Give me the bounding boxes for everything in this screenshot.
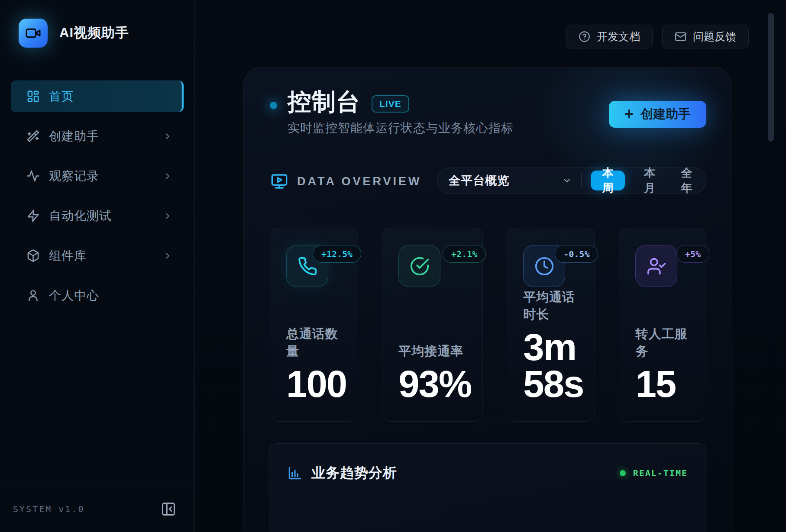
sidebar-item-label: 创建助手 (49, 128, 99, 145)
stat-icon-tile (398, 245, 440, 287)
stat-card-human-transfer: +5% 转人工服务 15 (619, 228, 706, 422)
sidebar-footer: SYSTEM v1.0 (0, 486, 194, 532)
delta-badge: -0.5% (555, 245, 598, 263)
monitor-play-icon (270, 173, 289, 190)
page-subtitle: 实时监控智能体运行状态与业务核心指标 (288, 120, 514, 136)
magic-wand-icon (26, 129, 40, 143)
user-icon (26, 289, 40, 302)
sidebar-item-label: 自动化测试 (49, 208, 112, 224)
panel-collapse-icon (161, 501, 176, 517)
filter-separator (581, 173, 582, 188)
sidebar-item-component-library[interactable]: 组件库 (11, 240, 184, 271)
dev-docs-button[interactable]: 开发文档 (566, 25, 653, 48)
tab-this-month[interactable]: 本月 (637, 165, 662, 196)
console-header: 控制台 LIVE 实时监控智能体运行状态与业务核心指标 + 创建助手 (244, 68, 731, 136)
activity-icon (26, 169, 40, 183)
app-title: AI视频助手 (59, 24, 129, 42)
stat-label: 转人工服务 (635, 326, 695, 360)
sidebar-item-label: 观察记录 (49, 168, 99, 184)
filter-bar: 全平台概览 本周 本月 全年 (437, 168, 706, 193)
sidebar-item-observation-log[interactable]: 观察记录 (11, 160, 184, 192)
sidebar-item-create-assistant[interactable]: 创建助手 (11, 120, 184, 152)
tab-this-week[interactable]: 本周 (591, 171, 625, 190)
realtime-status: REAL-TIME (620, 468, 688, 478)
sidebar-item-label: 首页 (49, 88, 74, 105)
plus-icon: + (624, 106, 634, 122)
stat-card-avg-duration: -0.5% 平均通话时长 3m 58s (507, 228, 595, 422)
topbar: 开发文档 问题反馈 (566, 25, 749, 48)
sidebar-item-label: 个人中心 (49, 287, 99, 304)
realtime-status-dot (620, 470, 626, 476)
sidebar: AI视频助手 首页 创建助手 观察记录 自动化测试 (0, 0, 195, 532)
stat-label: 总通话数量 (286, 326, 346, 360)
stat-label: 平均接通率 (398, 343, 471, 360)
create-assistant-button[interactable]: + 创建助手 (609, 101, 706, 128)
app-window: AI视频助手 首页 创建助手 观察记录 自动化测试 (0, 0, 786, 532)
platform-select[interactable]: 全平台概览 (449, 173, 572, 188)
delta-badge: +2.1% (443, 245, 486, 263)
stat-value: 100 (286, 365, 346, 402)
trend-header: 业务趋势分析 REAL-TIME (287, 464, 688, 483)
trend-title: 业务趋势分析 (311, 464, 397, 483)
user-check-icon (647, 256, 666, 276)
stat-value: 93% (398, 365, 471, 402)
data-overview-row: DATA OVERVIEW 全平台概览 本周 本月 全年 (270, 168, 706, 193)
live-status-dot (270, 102, 277, 109)
page-title: 控制台 (288, 88, 360, 116)
video-camera-icon (25, 25, 41, 41)
stat-value: 3m 58s (523, 329, 583, 403)
time-range-tabs: 本周 本月 全年 (591, 165, 699, 196)
check-circle-icon (410, 256, 430, 276)
stat-label: 平均通话时长 (523, 289, 583, 323)
chevron-down-icon (562, 175, 572, 186)
bar-chart-icon (287, 465, 303, 481)
help-circle-icon (579, 31, 590, 42)
stat-icon-tile (635, 245, 677, 287)
chevron-right-icon (163, 171, 172, 181)
data-overview-heading: DATA OVERVIEW (270, 173, 422, 190)
chevron-right-icon (163, 211, 172, 221)
feedback-button[interactable]: 问题反馈 (662, 25, 749, 48)
stat-card-answer-rate: +2.1% 平均接通率 93% (382, 228, 483, 422)
stat-card-total-calls: +12.5% 总通话数量 100 (270, 228, 358, 422)
section-divider (268, 202, 706, 202)
feedback-label: 问题反馈 (693, 29, 736, 44)
sidebar-item-home[interactable]: 首页 (11, 81, 184, 112)
page-scrollbar-thumb[interactable] (768, 13, 774, 142)
lightning-icon (26, 209, 40, 222)
system-version: SYSTEM v1.0 (13, 504, 84, 514)
app-logo (19, 19, 48, 48)
delta-badge: +12.5% (313, 245, 361, 263)
data-overview-label: DATA OVERVIEW (297, 175, 422, 188)
console-panel: 控制台 LIVE 实时监控智能体运行状态与业务核心指标 + 创建助手 DATA … (243, 67, 731, 532)
chevron-right-icon (163, 251, 172, 261)
cube-icon (26, 249, 40, 262)
create-assistant-label: 创建助手 (640, 106, 691, 123)
sidebar-header: AI视频助手 (0, 0, 194, 66)
dashboard-icon (26, 90, 40, 103)
delta-badge: +5% (676, 245, 709, 263)
sidebar-item-label: 组件库 (49, 248, 87, 264)
collapse-sidebar-button[interactable] (160, 500, 177, 518)
dev-docs-label: 开发文档 (597, 29, 640, 44)
clock-icon (534, 256, 554, 276)
mail-icon (675, 31, 686, 42)
platform-select-value: 全平台概览 (449, 173, 509, 188)
realtime-status-label: REAL-TIME (633, 468, 688, 478)
stats-row: +12.5% 总通话数量 100 +2.1% 平均接通率 93% (270, 228, 706, 422)
live-badge: LIVE (372, 95, 409, 113)
chevron-right-icon (163, 132, 172, 141)
sidebar-nav: 首页 创建助手 观察记录 自动化测试 组件库 (0, 66, 194, 311)
tab-this-year[interactable]: 全年 (674, 165, 699, 196)
sidebar-item-automated-testing[interactable]: 自动化测试 (11, 200, 184, 232)
trend-analysis-card: 业务趋势分析 REAL-TIME (269, 443, 707, 532)
sidebar-item-profile[interactable]: 个人中心 (11, 280, 184, 311)
stat-value: 15 (635, 365, 695, 402)
